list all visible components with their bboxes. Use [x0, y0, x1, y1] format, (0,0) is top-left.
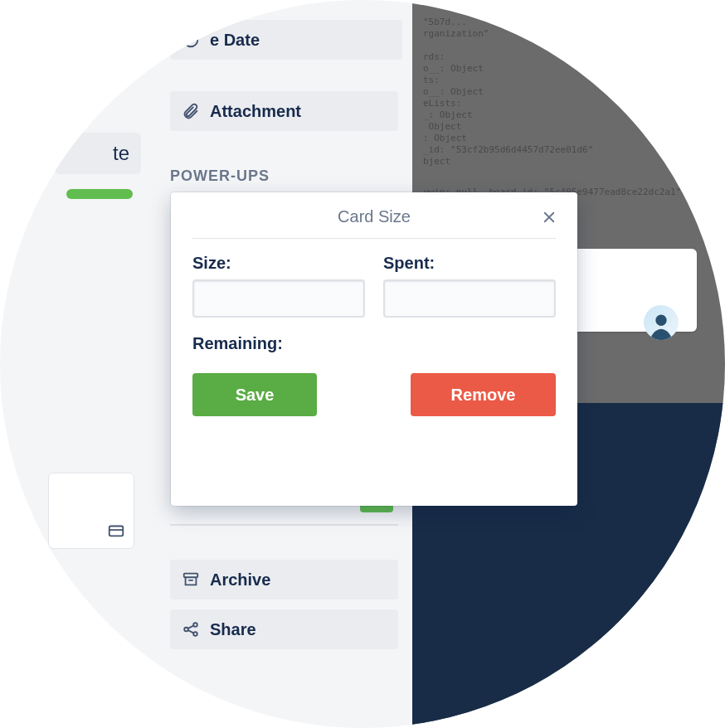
- archive-button[interactable]: Archive: [170, 560, 398, 599]
- spent-label: Spent:: [383, 254, 556, 273]
- close-icon[interactable]: [539, 207, 559, 227]
- share-icon: [182, 620, 200, 638]
- powerups-section-label: POWER-UPS: [170, 167, 270, 185]
- remove-button[interactable]: Remove: [411, 373, 556, 416]
- share-button[interactable]: Share: [170, 609, 398, 649]
- remaining-label: Remaining:: [192, 334, 556, 353]
- spent-input[interactable]: [383, 279, 556, 318]
- due-date-label: e Date: [210, 31, 260, 50]
- due-date-button[interactable]: e Date: [170, 20, 402, 60]
- complete-button-fragment[interactable]: te: [55, 133, 141, 174]
- svg-rect-2: [109, 527, 124, 536]
- avatar-icon: [645, 308, 677, 340]
- size-label: Size:: [192, 254, 365, 273]
- share-label: Share: [210, 620, 256, 639]
- complete-label-fragment: te: [113, 142, 129, 165]
- archive-label: Archive: [210, 570, 270, 590]
- svg-point-0: [655, 315, 666, 326]
- card-icon: [107, 522, 125, 540]
- attachment-button[interactable]: Attachment: [170, 91, 398, 131]
- attachment-preview-card[interactable]: [48, 473, 134, 549]
- clock-icon: [182, 31, 200, 49]
- circular-viewport: "5b7d... rganization" rds: o__: Object t…: [0, 0, 725, 728]
- progress-bar-fragment: [66, 189, 133, 199]
- debug-code-block: "5b7d... rganization" rds: o__: Object t…: [423, 17, 639, 167]
- avatar[interactable]: [644, 305, 679, 340]
- popover-title: Card Size: [338, 207, 411, 226]
- card-size-popover: Card Size Size: Spent: Remaining: Save R…: [171, 192, 577, 506]
- save-button[interactable]: Save: [192, 373, 317, 416]
- attachment-label: Attachment: [210, 102, 301, 121]
- archive-icon: [182, 570, 200, 589]
- paperclip-icon: [182, 102, 200, 120]
- svg-point-1: [184, 33, 198, 47]
- size-input[interactable]: [192, 279, 365, 318]
- svg-rect-4: [184, 574, 198, 578]
